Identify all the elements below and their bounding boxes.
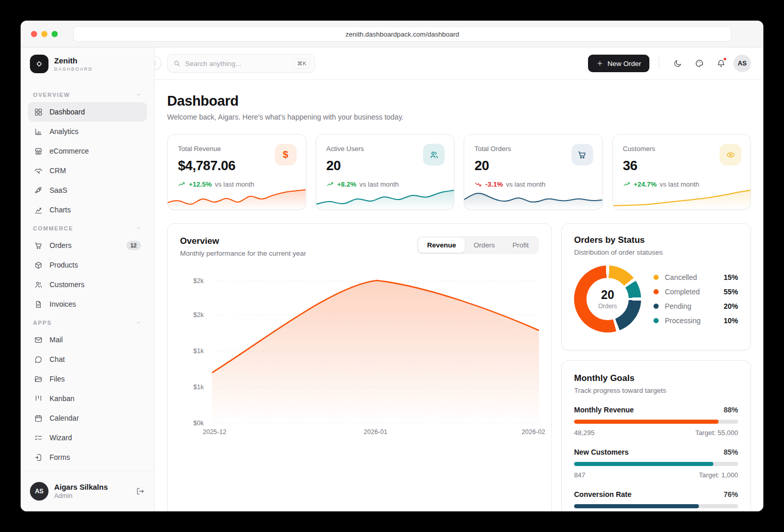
progress-bar bbox=[574, 504, 738, 508]
sidebar-item-chat[interactable]: Chat bbox=[28, 350, 147, 369]
sidebar-item-calendar[interactable]: Calendar bbox=[28, 408, 147, 428]
monthly-goals-subtitle: Track progress toward targets bbox=[574, 387, 738, 394]
sidebar-item-crm[interactable]: CRM bbox=[28, 161, 147, 180]
chevron-down-icon bbox=[135, 319, 142, 326]
url-bar[interactable]: zenith.dashboardpack.com/dashboard bbox=[73, 26, 731, 42]
traffic-lights bbox=[31, 31, 58, 37]
sidebar-item-mail[interactable]: Mail bbox=[28, 330, 147, 350]
orders-by-status-card: Orders by Status Distribution of order s… bbox=[561, 223, 751, 351]
stat-card-total-orders[interactable]: Total Orders 20 -3.1% vs last month bbox=[464, 134, 603, 210]
zenith-logo-icon bbox=[30, 55, 48, 73]
sidebar-item-analytics[interactable]: Analytics bbox=[28, 122, 147, 141]
checklist-icon bbox=[34, 434, 43, 442]
sidebar-item-files[interactable]: Files bbox=[28, 369, 147, 389]
zoom-window-button[interactable] bbox=[52, 31, 58, 37]
stat-card-total-revenue[interactable]: Total Revenue $4,787.06 +12.5% vs last m… bbox=[167, 134, 306, 210]
goal-target: Target: 55,000 bbox=[695, 429, 738, 437]
tab-profit[interactable]: Profit bbox=[503, 238, 537, 253]
legend-dot bbox=[654, 275, 659, 280]
sidebar-item-dashboard[interactable]: Dashboard bbox=[28, 102, 147, 122]
overview-subtitle: Monthly performance for the current year bbox=[180, 250, 306, 257]
progress-bar bbox=[574, 420, 738, 424]
goal-new-customers: New Customers 85% 847 Target: 1,000 bbox=[574, 448, 738, 479]
package-icon bbox=[34, 261, 43, 270]
user-name: Aigars Silkalns bbox=[54, 483, 108, 491]
rocket-icon bbox=[34, 186, 43, 195]
search-icon bbox=[173, 59, 181, 68]
users-sparkline bbox=[316, 186, 454, 209]
legend-dot bbox=[654, 304, 659, 309]
top-bar: ⌘K New Order bbox=[155, 47, 763, 80]
sidebar-item-charts[interactable]: Charts bbox=[28, 200, 147, 220]
section-commerce[interactable]: COMMERCE bbox=[28, 220, 147, 236]
sidebar-item-wizard[interactable]: Wizard bbox=[28, 428, 147, 447]
goal-monthly-revenue: Monthly Revenue 88% 48,295 Target: 55,00… bbox=[574, 406, 738, 437]
brand: Zenith DASHBOARD bbox=[21, 47, 154, 80]
search-input[interactable] bbox=[185, 60, 290, 68]
chevron-down-icon bbox=[135, 91, 142, 98]
section-overview[interactable]: OVERVIEW bbox=[28, 86, 147, 102]
legend-item-cancelled: Cancelled 15% bbox=[654, 270, 738, 285]
legend-item-pending: Pending 20% bbox=[654, 299, 738, 313]
donut-center-label: Orders bbox=[598, 303, 617, 310]
orders-sparkline bbox=[464, 186, 602, 209]
form-icon bbox=[34, 453, 43, 462]
overview-title: Overview bbox=[180, 236, 306, 246]
logout-button[interactable] bbox=[136, 487, 145, 496]
progress-bar bbox=[574, 462, 738, 466]
sidebar-item-orders[interactable]: Orders 12 bbox=[28, 236, 147, 255]
browser-chrome: zenith.dashboardpack.com/dashboard bbox=[21, 21, 763, 47]
legend-dot bbox=[654, 318, 659, 323]
sidebar-item-kanban[interactable]: Kanban bbox=[28, 389, 147, 408]
donut-center-value: 20 bbox=[601, 288, 614, 302]
stat-card-customers[interactable]: Customers 36 +24.7% vs last month bbox=[612, 134, 752, 210]
new-order-button[interactable]: New Order bbox=[588, 55, 649, 72]
sidebar-item-ecommerce[interactable]: eCommerce bbox=[28, 141, 147, 161]
sidebar-item-saas[interactable]: SaaS bbox=[28, 180, 147, 200]
users-icon bbox=[423, 144, 445, 165]
goal-value: 48,295 bbox=[574, 429, 595, 437]
y-axis: $2k $2k $1k $1k $0k bbox=[180, 269, 212, 424]
main-area: ⌘K New Order bbox=[155, 47, 763, 511]
sidebar-nav: OVERVIEW Dashboard Analytics eCommerce bbox=[21, 80, 154, 471]
section-apps[interactable]: APPS bbox=[28, 314, 147, 330]
monthly-goals-title: Monthly Goals bbox=[574, 373, 738, 384]
search-box[interactable]: ⌘K bbox=[167, 54, 315, 73]
stat-card-active-users[interactable]: Active Users 20 +8.2% vs last month bbox=[316, 134, 455, 210]
tab-orders[interactable]: Orders bbox=[465, 238, 503, 253]
x-axis: 2025-12 2026-01 2026-02 bbox=[212, 428, 539, 442]
overview-tabs: Revenue Orders Profit bbox=[417, 236, 539, 254]
browser-window: zenith.dashboardpack.com/dashboard Zenit… bbox=[21, 21, 763, 511]
legend-item-completed: Completed 55% bbox=[654, 285, 738, 299]
goal-target: Target: 1,000 bbox=[699, 471, 738, 479]
sidebar-item-products[interactable]: Products bbox=[28, 255, 147, 275]
profile-avatar[interactable]: AS bbox=[733, 55, 751, 72]
storefront-icon bbox=[34, 147, 43, 156]
chevron-down-icon bbox=[135, 225, 142, 231]
theme-button[interactable] bbox=[690, 54, 709, 73]
dark-mode-button[interactable] bbox=[668, 54, 687, 73]
dashboard-content: Dashboard Welcome back, Aigars. Here's w… bbox=[155, 80, 763, 511]
invoice-icon bbox=[34, 300, 43, 309]
kanban-icon bbox=[34, 394, 43, 403]
customers-sparkline bbox=[613, 186, 751, 209]
user-avatar: AS bbox=[30, 482, 48, 501]
grid-icon bbox=[34, 108, 43, 117]
orders-by-status-title: Orders by Status bbox=[574, 235, 738, 245]
divider bbox=[659, 57, 659, 70]
sidebar-item-invoices[interactable]: Invoices bbox=[28, 294, 147, 314]
plus-icon bbox=[596, 60, 603, 67]
notifications-button[interactable] bbox=[712, 54, 730, 73]
sidebar-user[interactable]: AS Aigars Silkalns Admin bbox=[21, 471, 154, 511]
trending-chart-icon bbox=[34, 206, 43, 214]
dollar-icon: $ bbox=[275, 144, 297, 165]
minimize-window-button[interactable] bbox=[41, 31, 47, 37]
sidebar-item-customers[interactable]: Customers bbox=[28, 275, 147, 294]
revenue-sparkline bbox=[168, 186, 306, 209]
page-subtitle: Welcome back, Aigars. Here's what's happ… bbox=[167, 113, 751, 121]
tab-revenue[interactable]: Revenue bbox=[418, 238, 465, 253]
sidebar-item-forms[interactable]: Forms bbox=[28, 447, 147, 467]
monthly-goals-card: Monthly Goals Track progress toward targ… bbox=[561, 360, 751, 511]
handshake-icon bbox=[34, 167, 43, 175]
close-window-button[interactable] bbox=[31, 31, 37, 37]
